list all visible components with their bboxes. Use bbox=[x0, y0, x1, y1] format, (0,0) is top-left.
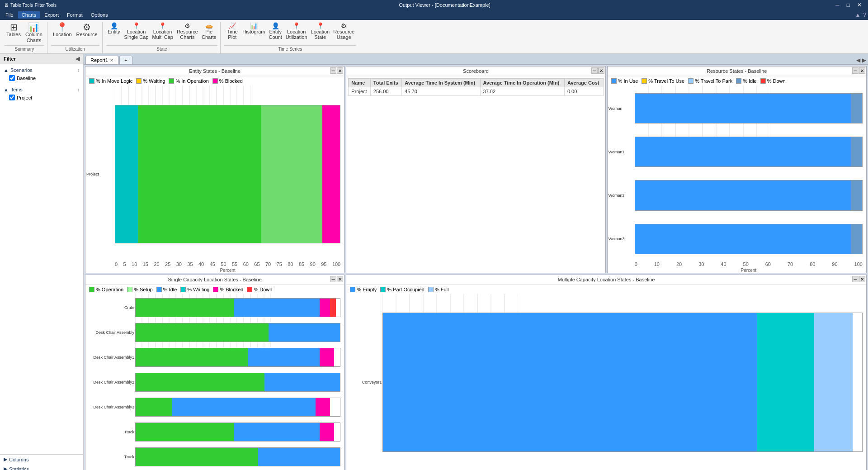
chart-entity-states-title: Entity States - Baseline bbox=[85, 66, 344, 76]
chart-resource-close-btn[interactable]: ✕ bbox=[859, 67, 865, 74]
legend-label-operation: % Operation bbox=[96, 287, 123, 292]
legend-color-in-use bbox=[611, 78, 617, 84]
ribbon-btn-location-utilization[interactable]: 📍 Location Utilization bbox=[284, 22, 309, 41]
ribbon-btn-resource-usage[interactable]: ⚙ Resource Usage bbox=[332, 22, 356, 41]
chart-single-cap-controls: ─ ✕ bbox=[330, 276, 343, 282]
tab-scroll-left[interactable]: ◀ bbox=[856, 57, 860, 63]
scoreboard-table: Name Total Exits Average Time In System … bbox=[348, 78, 603, 96]
ribbon-btn-resource-charts[interactable]: ⚙ Resource Charts bbox=[175, 22, 199, 41]
legend-color-operation bbox=[89, 287, 94, 292]
ribbon-help[interactable]: ? bbox=[863, 12, 866, 18]
ribbon-btn-column-charts[interactable]: 📊 Column Charts bbox=[24, 22, 44, 44]
sidebar-item-project[interactable]: Project bbox=[0, 94, 83, 101]
ribbon-btn-time-plot[interactable]: 📈 Time Plot bbox=[224, 22, 240, 41]
statistics-label: Statistics bbox=[9, 466, 29, 470]
columns-expand-icon: ▶ bbox=[4, 456, 7, 462]
conveyor1-bar bbox=[382, 313, 863, 452]
ribbon-btn-location-state[interactable]: 📍 Location State bbox=[310, 22, 331, 41]
maximize-button[interactable]: □ bbox=[844, 2, 853, 8]
ribbon-btn-tables[interactable]: ⊞ Tables bbox=[5, 22, 23, 38]
ribbon-group-time-series: 📈 Time Plot 📊 Histogram 👤 Entity Count 📍… bbox=[222, 22, 359, 53]
chart-scoreboard-min-btn[interactable]: ─ bbox=[591, 67, 598, 74]
menu-format[interactable]: Format bbox=[63, 11, 86, 19]
resource-bar-woman2: Woman2 bbox=[635, 174, 863, 217]
chart-resource-min-btn[interactable]: ─ bbox=[852, 67, 859, 74]
ribbon-btn-entity[interactable]: 👤 Entity bbox=[106, 22, 122, 35]
sidebar-collapse-btn[interactable]: ◀ bbox=[75, 56, 80, 62]
chart-scoreboard-close-btn[interactable]: ✕ bbox=[598, 67, 604, 74]
chart-single-cap-close-btn[interactable]: ✕ bbox=[337, 276, 343, 282]
menu-file[interactable]: File bbox=[2, 11, 17, 19]
tab-add[interactable]: + bbox=[119, 56, 132, 64]
resource-label: Resource bbox=[76, 32, 98, 38]
content-area: Report1 ✕ + ◀ ▶ Entity States - Baseline… bbox=[84, 54, 868, 470]
chart-multi-cap-close-btn[interactable]: ✕ bbox=[859, 276, 865, 282]
close-button[interactable]: ✕ bbox=[854, 2, 864, 8]
chart-resource-states-header: Resource States - Baseline ─ ✕ bbox=[608, 66, 866, 76]
conveyor1-seg-part bbox=[757, 313, 814, 451]
ribbon-btn-histogram[interactable]: 📊 Histogram bbox=[241, 22, 266, 35]
ribbon-btn-location-single-cap[interactable]: 📍 Location Single Cap bbox=[123, 22, 150, 41]
bar-label-desk-chair: Desk Chair Assembly bbox=[86, 330, 134, 335]
ribbon-group-time-series-label: Time Series bbox=[224, 45, 356, 52]
ribbon-btn-resource[interactable]: ⚙ Resource bbox=[75, 22, 99, 38]
title-menu-filter[interactable]: Filter Tools bbox=[35, 3, 57, 8]
project-checkbox[interactable] bbox=[9, 95, 15, 100]
chart-multi-cap-min-btn[interactable]: ─ bbox=[852, 276, 859, 282]
legend-color-move-logic bbox=[89, 78, 94, 84]
desk-chair3-seg-blocked bbox=[316, 398, 330, 416]
legend-operation: % Operation bbox=[89, 287, 123, 292]
sidebar-section-items-header[interactable]: ▲ Items ↕ bbox=[0, 85, 83, 94]
sidebar-section-scenarios-header[interactable]: ▲ Scenarios ↕ bbox=[0, 66, 83, 74]
tab-report1[interactable]: Report1 ✕ bbox=[85, 56, 118, 64]
desk-chair1-bar bbox=[135, 348, 340, 366]
legend-label-mc-empty: % Empty bbox=[357, 287, 377, 292]
title-menu-table[interactable]: Table Tools bbox=[10, 3, 33, 8]
location-util-label: Location Utilization bbox=[286, 29, 307, 40]
legend-color-in-operation bbox=[169, 78, 174, 84]
legend-label-sc-waiting: % Waiting bbox=[187, 287, 209, 292]
menu-export[interactable]: Export bbox=[41, 11, 62, 19]
ribbon-btn-entity-count[interactable]: 👤 Entity Count bbox=[267, 22, 283, 41]
crate-seg-idle1 bbox=[234, 299, 262, 316]
tab-report1-close[interactable]: ✕ bbox=[110, 58, 113, 63]
items-sort-icon[interactable]: ↕ bbox=[77, 87, 80, 92]
sidebar-item-columns[interactable]: ▶ Columns bbox=[0, 455, 83, 464]
chart-close-btn[interactable]: ✕ bbox=[337, 67, 343, 74]
items-expand-icon: ▲ bbox=[4, 87, 9, 92]
resource-usage-icon: ⚙ bbox=[341, 23, 347, 29]
ribbon-btn-location[interactable]: 📍 Location bbox=[51, 22, 74, 38]
chart-single-cap-min-btn[interactable]: ─ bbox=[330, 276, 336, 282]
chart-minimize-btn[interactable]: ─ bbox=[330, 67, 336, 74]
scenarios-sort-icon[interactable]: ↕ bbox=[77, 68, 80, 73]
ribbon-collapse[interactable]: ▲ bbox=[855, 12, 860, 18]
scenarios-label: Scenarios bbox=[10, 67, 33, 73]
menu-charts[interactable]: Charts bbox=[18, 11, 40, 19]
tab-scroll-right[interactable]: ▶ bbox=[862, 57, 866, 63]
legend-color-mc-part bbox=[380, 287, 386, 292]
bar-label-woman: Woman bbox=[609, 106, 623, 111]
cell-project-name: Project bbox=[349, 87, 370, 96]
woman-bar-idle bbox=[851, 94, 862, 123]
ribbon-btn-pie-charts[interactable]: 🥧 Pie Charts bbox=[200, 22, 217, 41]
ribbon-btn-location-cap[interactable]: 📍 Location Multi Cap bbox=[151, 22, 174, 41]
minimize-button[interactable]: ─ bbox=[833, 2, 842, 8]
sidebar-item-statistics[interactable]: ▶ Statistics bbox=[0, 464, 83, 470]
baseline-label: Baseline bbox=[17, 76, 36, 81]
menu-options[interactable]: Options bbox=[87, 11, 112, 19]
tables-icon: ⊞ bbox=[10, 23, 18, 32]
pie-charts-icon: 🥧 bbox=[205, 23, 213, 29]
location-single-cap-icon: 📍 bbox=[132, 23, 140, 29]
truck-seg-idle2 bbox=[330, 448, 340, 465]
rack-seg-op bbox=[136, 423, 234, 441]
legend-color-down bbox=[760, 78, 766, 84]
ribbon-group-state: 👤 Entity 📍 Location Single Cap 📍 Locatio… bbox=[104, 22, 221, 53]
legend-item-waiting: % Waiting bbox=[136, 78, 165, 84]
legend-label-idle: % Idle bbox=[743, 78, 757, 84]
baseline-checkbox[interactable] bbox=[9, 75, 15, 81]
sidebar-item-baseline[interactable]: Baseline bbox=[0, 74, 83, 82]
ribbon-group-items-2: 📍 Location ⚙ Resource bbox=[51, 22, 99, 44]
col-avg-cost: Average Cost bbox=[564, 79, 603, 87]
chart-entity-states: Entity States - Baseline ─ ✕ % In Move L… bbox=[85, 66, 344, 273]
col-name: Name bbox=[349, 79, 370, 87]
